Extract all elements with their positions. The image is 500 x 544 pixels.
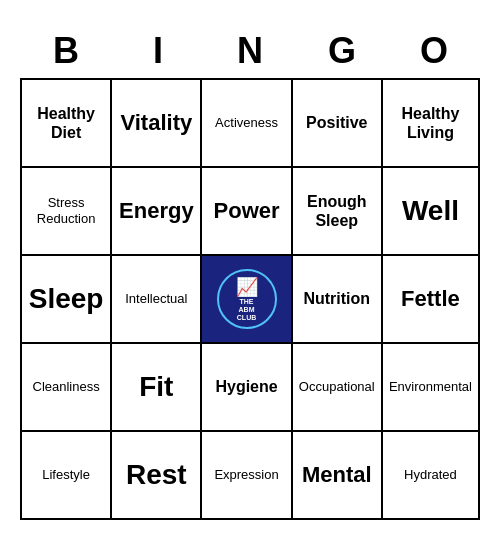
cell-text: Enough Sleep — [299, 192, 375, 230]
cell-text: Occupational — [299, 379, 375, 395]
cell-text: Fettle — [401, 286, 460, 312]
cell-text: Mental — [302, 462, 372, 488]
cell-text: Positive — [306, 113, 367, 132]
cell-r0-c2: Activeness — [202, 80, 292, 168]
cell-text: Power — [214, 198, 280, 224]
cell-text: Cleanliness — [33, 379, 100, 395]
bingo-letter: N — [204, 24, 296, 78]
cell-r1-c0: Stress Reduction — [22, 168, 112, 256]
cell-text: Activeness — [215, 115, 278, 131]
cell-text: Intellectual — [125, 291, 187, 307]
cell-r1-c4: Well — [383, 168, 480, 256]
cell-r1-c3: Enough Sleep — [293, 168, 383, 256]
cell-text: Healthy Living — [389, 104, 472, 142]
bingo-card: BINGO Healthy DietVitalityActivenessPosi… — [10, 14, 490, 530]
logo-chart-icon: 📈 — [236, 276, 258, 298]
cell-r0-c1: Vitality — [112, 80, 202, 168]
cell-r0-c3: Positive — [293, 80, 383, 168]
cell-text: Nutrition — [303, 289, 370, 308]
cell-r4-c3: Mental — [293, 432, 383, 520]
cell-r2-c1: Intellectual — [112, 256, 202, 344]
cell-text: Lifestyle — [42, 467, 90, 483]
cell-r4-c0: Lifestyle — [22, 432, 112, 520]
cell-r4-c2: Expression — [202, 432, 292, 520]
cell-text: Well — [402, 194, 459, 228]
cell-text: Sleep — [29, 282, 104, 316]
cell-r0-c4: Healthy Living — [383, 80, 480, 168]
bingo-header: BINGO — [20, 24, 480, 78]
cell-r4-c1: Rest — [112, 432, 202, 520]
cell-r4-c4: Hydrated — [383, 432, 480, 520]
cell-r2-c2: 📈THEABMCLUB — [202, 256, 292, 344]
cell-text: Energy — [119, 198, 194, 224]
cell-text: Environmental — [389, 379, 472, 395]
cell-text: Hydrated — [404, 467, 457, 483]
cell-text: Fit — [139, 370, 173, 404]
bingo-grid: Healthy DietVitalityActivenessPositiveHe… — [20, 78, 480, 520]
cell-text: Vitality — [120, 110, 192, 136]
cell-text: Rest — [126, 458, 187, 492]
cell-text: Expression — [214, 467, 278, 483]
cell-text: Stress Reduction — [28, 195, 104, 226]
cell-r3-c3: Occupational — [293, 344, 383, 432]
cell-r2-c4: Fettle — [383, 256, 480, 344]
bingo-letter: G — [296, 24, 388, 78]
bingo-letter: O — [388, 24, 480, 78]
free-space-logo: 📈THEABMCLUB — [217, 269, 277, 329]
logo-text: THEABMCLUB — [237, 298, 256, 321]
cell-r1-c1: Energy — [112, 168, 202, 256]
cell-r2-c0: Sleep — [22, 256, 112, 344]
cell-r1-c2: Power — [202, 168, 292, 256]
bingo-letter: I — [112, 24, 204, 78]
cell-r3-c2: Hygiene — [202, 344, 292, 432]
cell-r0-c0: Healthy Diet — [22, 80, 112, 168]
cell-text: Hygiene — [215, 377, 277, 396]
cell-r3-c4: Environmental — [383, 344, 480, 432]
cell-r2-c3: Nutrition — [293, 256, 383, 344]
cell-text: Healthy Diet — [28, 104, 104, 142]
cell-r3-c1: Fit — [112, 344, 202, 432]
cell-r3-c0: Cleanliness — [22, 344, 112, 432]
bingo-letter: B — [20, 24, 112, 78]
